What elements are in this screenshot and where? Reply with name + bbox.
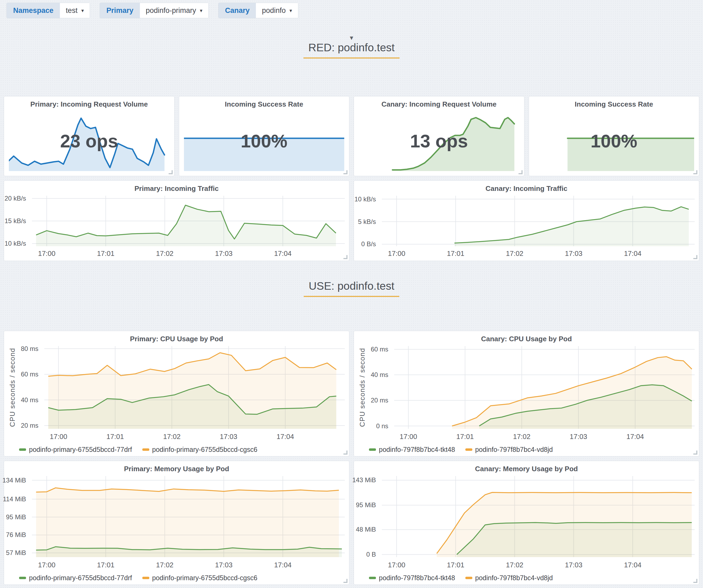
y-tick-label: 0 ns bbox=[376, 422, 388, 430]
primary-success-rate-value: 100% bbox=[179, 131, 349, 151]
grafana-dashboard: Namespace test ▾ Primary podinfo-primary… bbox=[0, 0, 703, 588]
x-tick-label: 17:00 bbox=[38, 249, 55, 258]
canary-cpu-usage-plot[interactable] bbox=[394, 346, 695, 429]
panel-resize-handle-icon[interactable] bbox=[693, 579, 697, 583]
primary-request-volume-title[interactable]: Primary: Incoming Request Volume bbox=[4, 100, 174, 108]
canary-request-volume-panel: Canary: Incoming Request Volume13 ops bbox=[354, 96, 525, 176]
y-tick-label: 95 MiB bbox=[356, 501, 376, 509]
canary-memory-usage-legend: podinfo-797f8b7bc4-tkt48podinfo-797f8b7b… bbox=[369, 574, 553, 582]
y-tick-label: 57 MiB bbox=[6, 549, 26, 557]
x-tick-label: 17:03 bbox=[570, 432, 587, 441]
canary-memory-usage-title[interactable]: Canary: Memory Usage by Pod bbox=[354, 465, 699, 473]
series-color-dash-icon bbox=[142, 448, 149, 451]
canary-memory-usage-panel: Canary: Memory Usage by Pod0 B48 MiB95 M… bbox=[354, 461, 699, 585]
y-tick-label: 80 ms bbox=[21, 345, 38, 352]
section-title-red[interactable]: RED: podinfo.test bbox=[0, 41, 703, 59]
panel-resize-handle-icon[interactable] bbox=[693, 170, 697, 174]
x-tick-label: 17:00 bbox=[38, 561, 55, 569]
primary-memory-usage-title[interactable]: Primary: Memory Usage by Pod bbox=[4, 465, 349, 473]
panel-resize-handle-icon[interactable] bbox=[169, 170, 173, 174]
panel-resize-handle-icon[interactable] bbox=[519, 170, 523, 174]
y-tick-label: 48 MiB bbox=[356, 526, 376, 533]
primary-success-rate-panel: Incoming Success Rate100% bbox=[179, 96, 349, 176]
chevron-down-icon: ▾ bbox=[290, 8, 292, 13]
primary-success-rate-title[interactable]: Incoming Success Rate bbox=[179, 100, 349, 108]
y-tick-label: 10 kB/s bbox=[5, 240, 26, 247]
y-tick-label: 10 kB/s bbox=[355, 195, 376, 203]
variable-namespace-value: test bbox=[66, 6, 78, 15]
legend-item[interactable]: podinfo-primary-6755d5bccd-77drf bbox=[19, 574, 132, 582]
variable-canary-label: Canary bbox=[219, 3, 256, 18]
variable-canary-value: podinfo bbox=[262, 6, 286, 15]
legend-item[interactable]: podinfo-797f8b7bc4-tkt48 bbox=[369, 446, 455, 453]
y-tick-label: 15 kB/s bbox=[5, 217, 26, 225]
legend-item[interactable]: podinfo-primary-6755d5bccd-cgsc6 bbox=[142, 574, 257, 582]
primary-memory-usage-plot[interactable] bbox=[32, 476, 345, 557]
y-tick-label: 143 MiB bbox=[352, 476, 376, 484]
y-tick-label: 60 ms bbox=[21, 370, 38, 378]
section-title-use[interactable]: USE: podinfo.test bbox=[0, 280, 703, 297]
x-tick-label: 17:04 bbox=[624, 561, 641, 569]
y-tick-label: 0 B bbox=[366, 551, 376, 558]
canary-success-rate-panel: Incoming Success Rate100% bbox=[529, 96, 700, 176]
primary-incoming-traffic-x-axis: 17:0017:0117:0217:0317:04 bbox=[32, 248, 345, 257]
primary-cpu-usage-panel: Primary: CPU Usage by Pod20 ms40 ms60 ms… bbox=[4, 331, 349, 456]
variable-canary-select[interactable]: podinfo ▾ bbox=[256, 3, 298, 18]
x-tick-label: 17:04 bbox=[626, 432, 644, 441]
y-tick-label: 76 MiB bbox=[6, 531, 26, 538]
x-tick-label: 17:01 bbox=[97, 561, 114, 569]
legend-series-name: podinfo-primary-6755d5bccd-cgsc6 bbox=[152, 446, 257, 453]
chevron-down-icon: ▾ bbox=[200, 8, 203, 13]
x-tick-label: 17:03 bbox=[215, 561, 233, 569]
panel-resize-handle-icon[interactable] bbox=[343, 255, 347, 259]
x-tick-label: 17:00 bbox=[388, 249, 405, 258]
legend-item[interactable]: podinfo-797f8b7bc4-vd8jd bbox=[465, 574, 553, 582]
x-tick-label: 17:03 bbox=[565, 249, 582, 258]
primary-cpu-usage-title[interactable]: Primary: CPU Usage by Pod bbox=[4, 335, 349, 343]
primary-incoming-traffic-title[interactable]: Primary: Incoming Traffic bbox=[4, 184, 349, 193]
canary-memory-usage-plot[interactable] bbox=[382, 476, 695, 557]
canary-cpu-usage-title[interactable]: Canary: CPU Usage by Pod bbox=[354, 335, 699, 343]
legend-item[interactable]: podinfo-797f8b7bc4-vd8jd bbox=[465, 446, 553, 453]
primary-memory-usage-y-axis: 57 MiB76 MiB95 MiB114 MiB134 MiB bbox=[4, 476, 29, 557]
canary-incoming-traffic-title[interactable]: Canary: Incoming Traffic bbox=[354, 184, 699, 193]
primary-incoming-traffic-plot[interactable] bbox=[32, 196, 345, 246]
panel-resize-handle-icon[interactable] bbox=[343, 579, 347, 583]
legend-item[interactable]: podinfo-797f8b7bc4-tkt48 bbox=[369, 574, 455, 582]
canary-success-rate-title[interactable]: Incoming Success Rate bbox=[529, 100, 699, 108]
legend-series-name: podinfo-primary-6755d5bccd-77drf bbox=[29, 574, 132, 582]
variable-namespace-select[interactable]: test ▾ bbox=[60, 3, 90, 18]
x-tick-label: 17:01 bbox=[447, 249, 464, 258]
panel-resize-handle-icon[interactable] bbox=[343, 170, 347, 174]
x-tick-label: 17:04 bbox=[274, 249, 292, 258]
canary-incoming-traffic-plot[interactable] bbox=[382, 196, 695, 246]
canary-incoming-traffic-y-axis: 0 B/s5 kB/s10 kB/s bbox=[354, 196, 379, 246]
panel-resize-handle-icon[interactable] bbox=[693, 450, 697, 454]
x-tick-label: 17:02 bbox=[156, 249, 173, 258]
panel-resize-handle-icon[interactable] bbox=[343, 450, 347, 454]
canary-request-volume-title[interactable]: Canary: Incoming Request Volume bbox=[354, 100, 524, 108]
legend-item[interactable]: podinfo-primary-6755d5bccd-cgsc6 bbox=[142, 446, 257, 453]
section-collapse-caret-icon[interactable]: ▾ bbox=[0, 34, 703, 41]
canary-incoming-traffic-x-axis: 17:0017:0117:0217:0317:04 bbox=[382, 248, 695, 257]
variable-primary-label: Primary bbox=[100, 3, 140, 18]
variable-namespace: Namespace test ▾ bbox=[6, 3, 90, 18]
use-memory-panels-row: Primary: Memory Usage by Pod57 MiB76 MiB… bbox=[4, 461, 699, 585]
primary-incoming-traffic-y-axis: 10 kB/s15 kB/s20 kB/s bbox=[4, 196, 29, 246]
y-tick-label: 20 kB/s bbox=[5, 195, 26, 202]
primary-request-volume-value: 23 ops bbox=[4, 131, 174, 151]
variable-primary-select[interactable]: podinfo-primary ▾ bbox=[140, 3, 208, 18]
panel-resize-handle-icon[interactable] bbox=[693, 255, 697, 259]
canary-memory-usage-x-axis: 17:0017:0117:0217:0317:04 bbox=[382, 560, 695, 569]
chevron-down-icon: ▾ bbox=[81, 8, 84, 13]
legend-item[interactable]: podinfo-primary-6755d5bccd-77drf bbox=[19, 446, 132, 453]
series-color-dash-icon bbox=[465, 448, 472, 451]
canary-cpu-usage-x-axis: 17:0017:0117:0217:0317:04 bbox=[394, 431, 695, 441]
variable-primary: Primary podinfo-primary ▾ bbox=[100, 3, 209, 18]
x-tick-label: 17:02 bbox=[163, 432, 180, 441]
variable-namespace-label: Namespace bbox=[7, 3, 60, 18]
series-color-dash-icon bbox=[369, 577, 376, 579]
canary-request-volume-value: 13 ops bbox=[354, 131, 524, 151]
primary-cpu-usage-plot[interactable] bbox=[44, 346, 345, 429]
legend-series-name: podinfo-797f8b7bc4-vd8jd bbox=[475, 574, 553, 582]
